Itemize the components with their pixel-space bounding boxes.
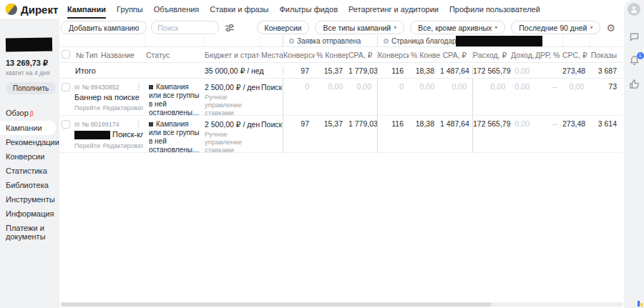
budget-value[interactable]: 2 500,00 ₽ / день bbox=[205, 83, 257, 91]
archive-filter-dropdown[interactable]: Все, кроме архивных ▾ bbox=[410, 21, 505, 34]
sidebar-item-label: Статистика bbox=[6, 167, 47, 175]
sidebar-item-payments[interactable]: Платежи и документы bbox=[0, 221, 52, 244]
conv-rate-2: 0,00 bbox=[409, 79, 440, 115]
sidebar-item-campaigns[interactable]: Кампании bbox=[0, 121, 56, 135]
sidebar-item-label: Платежи и документы bbox=[6, 224, 46, 241]
tab-campaigns[interactable]: Кампании bbox=[67, 0, 106, 19]
strategy-label: Ручное управление ставками bbox=[205, 93, 256, 115]
tab-bids-phrases[interactable]: Ставки и фразы bbox=[210, 0, 268, 19]
go-to-link[interactable]: Перейти bbox=[74, 142, 100, 149]
tab-retargeting[interactable]: Ретаргетинг и аудитории bbox=[348, 0, 439, 19]
kebab-menu-icon[interactable]: ⋮ bbox=[135, 120, 143, 128]
tab-ads[interactable]: Объявления bbox=[154, 0, 200, 19]
totals-budget: 35 000,00 ₽ / нед bbox=[203, 66, 260, 75]
campaign-id: № 89430852 bbox=[82, 84, 119, 91]
impressions: 3 614 bbox=[590, 116, 623, 152]
totals-cpa-2: 1 487,64 bbox=[440, 66, 472, 75]
conversions-button[interactable]: Конверсии bbox=[257, 21, 310, 34]
spend: 0,00 bbox=[472, 79, 511, 115]
sidebar-item-statistics[interactable]: Статистика bbox=[0, 164, 59, 178]
campaign-type-dropdown[interactable]: Все типы кампаний ▾ bbox=[315, 21, 404, 34]
sidebar-item-recommendations[interactable]: Рекомендации bbox=[0, 135, 59, 149]
add-campaign-button[interactable]: Добавить кампанию bbox=[61, 21, 147, 34]
totals-row: Итого 35 000,00 ₽ / нед 97 15,37 1 779,0… bbox=[59, 63, 623, 79]
cpa-1: 1 779,03 bbox=[348, 116, 377, 152]
conversions-1: 0 bbox=[283, 79, 315, 115]
chevron-down-icon: ▾ bbox=[494, 24, 497, 31]
revenue: 0,00 bbox=[511, 79, 535, 115]
row-checkbox[interactable] bbox=[62, 83, 70, 91]
sidebar-item-label: Библиотека bbox=[6, 181, 49, 189]
filter-settings-icon[interactable] bbox=[225, 23, 235, 33]
places-value: Поиск bbox=[260, 116, 283, 152]
tab-groups[interactable]: Группы bbox=[117, 0, 143, 19]
conv-rate-1: 0,00 bbox=[315, 79, 348, 115]
drr: – bbox=[535, 79, 562, 115]
person-icon bbox=[630, 5, 638, 14]
sidebar-menu: Обзорβ Кампании Рекомендации Конверсии С… bbox=[0, 106, 59, 244]
revenue: 0,00 bbox=[511, 116, 535, 152]
col-conversions-2: Конверсии bbox=[377, 51, 409, 59]
col-num: № bbox=[72, 51, 85, 59]
edit-link[interactable]: Редактировать bbox=[103, 104, 143, 111]
campaign-name-text: Поиск-клик bbox=[112, 130, 143, 139]
select-all-checkbox[interactable] bbox=[62, 50, 70, 59]
metrica-widget-icon[interactable] bbox=[638, 301, 643, 307]
campaign-name[interactable]: Баннер на поиске bbox=[74, 93, 143, 101]
sidebar-item-library[interactable]: Библиотека bbox=[0, 178, 59, 192]
sidebar-item-label: Обзор bbox=[6, 109, 29, 117]
topup-button[interactable]: Пополнить bbox=[6, 82, 56, 94]
redaction-box-goal bbox=[456, 36, 542, 46]
search-input[interactable] bbox=[151, 21, 219, 34]
account-balance: 13 269,73 ₽ bbox=[6, 59, 59, 68]
col-cpa-2: CPA, ₽ bbox=[440, 51, 472, 59]
impressions: 73 bbox=[590, 79, 623, 115]
bell-icon[interactable]: 1 bbox=[629, 55, 640, 69]
budget-value[interactable]: 2 500,00 ₽ / день bbox=[205, 120, 257, 129]
campaign-name[interactable]: Поиск-клик bbox=[74, 130, 143, 139]
col-cpc: CPC, ₽ bbox=[562, 51, 590, 59]
thumbs-up-icon[interactable] bbox=[629, 79, 640, 92]
col-cpa-1: CPA, ₽ bbox=[348, 51, 377, 59]
chevron-down-icon: ▾ bbox=[590, 24, 592, 31]
logo-text: Директ bbox=[21, 4, 58, 16]
totals-cpa-1: 1 779,03 bbox=[348, 66, 377, 75]
cpc: 0,00 bbox=[562, 79, 590, 115]
campaign-type-icon: ▤ bbox=[74, 121, 80, 127]
row-checkbox[interactable] bbox=[62, 120, 70, 129]
period-dropdown[interactable]: Последние 90 дней ▾ bbox=[511, 21, 600, 34]
totals-impressions: 3 687 bbox=[590, 66, 623, 75]
avatar[interactable] bbox=[628, 3, 640, 16]
campaign-type-value: Все типы кампаний bbox=[323, 24, 391, 32]
chat-icon[interactable] bbox=[629, 31, 640, 45]
totals-conversions-1: 97 bbox=[283, 66, 315, 75]
table-row-campaign-2: ▤ № 80199174 ⋮ Поиск-клик Перейти Редакт… bbox=[59, 116, 623, 153]
sidebar-item-overview[interactable]: Обзорβ bbox=[0, 106, 59, 121]
sidebar-item-conversions[interactable]: Конверсии bbox=[0, 149, 59, 164]
sidebar-item-label: Кампании bbox=[6, 124, 42, 132]
tab-user-profiles[interactable]: Профили пользователей bbox=[449, 0, 540, 19]
table-row-campaign-1: ▤ № 89430852 ⋮ Баннер на поиске Перейти … bbox=[59, 79, 623, 116]
sidebar-item-information[interactable]: Информация bbox=[0, 207, 59, 221]
tab-feed-filters[interactable]: Фильтры фидов bbox=[280, 0, 338, 19]
kebab-menu-icon[interactable]: ⋮ bbox=[135, 83, 143, 91]
go-to-link[interactable]: Перейти bbox=[74, 104, 100, 111]
conv-rate-2: 18,38 bbox=[409, 116, 440, 152]
redaction-box-name bbox=[74, 131, 110, 139]
gear-icon[interactable]: ⚙ bbox=[606, 23, 615, 33]
totals-revenue: 0,00 bbox=[511, 66, 535, 75]
sidebar-item-tools[interactable]: Инструменты bbox=[0, 192, 59, 207]
edit-link[interactable]: Редактировать bbox=[103, 142, 143, 149]
period-value: Последние 90 дней bbox=[519, 24, 587, 32]
sidebar-item-label: Рекомендации bbox=[6, 138, 59, 146]
chevron-down-icon: ▾ bbox=[394, 24, 396, 31]
col-impressions: Показы bbox=[590, 51, 623, 59]
horizontal-scrollbar-thumb[interactable] bbox=[61, 302, 492, 307]
cpa-2: 0,00 bbox=[440, 79, 472, 115]
stopped-status-icon bbox=[149, 85, 153, 89]
status-text: Кампания или все группы в ней остановлен… bbox=[149, 83, 200, 115]
col-revenue: Доход, ₽ bbox=[511, 51, 535, 59]
totals-label: Итого bbox=[72, 66, 145, 75]
col-spend: Расход, ₽ bbox=[472, 51, 511, 59]
direct-logo[interactable]: Директ bbox=[0, 4, 62, 16]
